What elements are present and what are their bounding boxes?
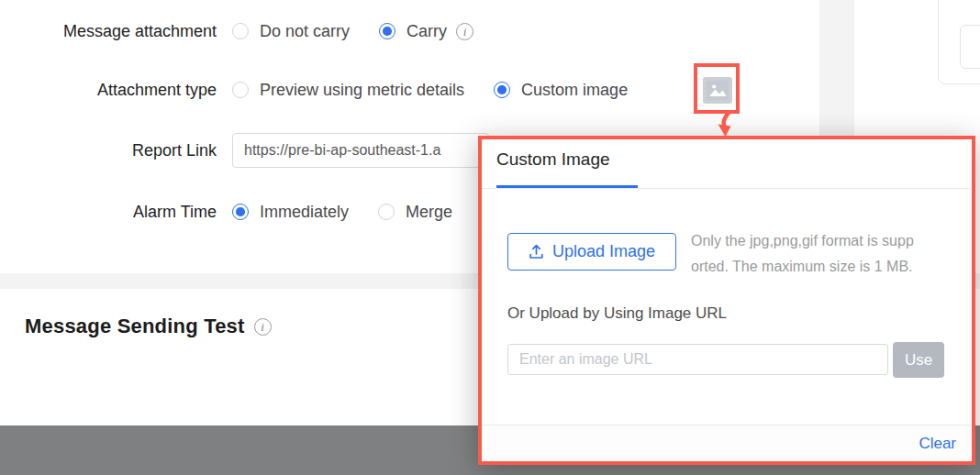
upload-icon (529, 244, 544, 260)
radio-circle-selected-icon[interactable] (379, 23, 395, 39)
input-wrap (232, 133, 489, 168)
upload-image-button[interactable]: Upload Image (507, 233, 676, 271)
form-row-message-attachment: Message attachment Do not carry Carry i (0, 18, 980, 44)
field-label: Report Link (0, 141, 217, 160)
info-glyph: i (261, 321, 264, 333)
clear-link[interactable]: Clear (919, 435, 956, 453)
radio-custom-image[interactable]: Custom image (494, 81, 628, 100)
radio-label[interactable]: Merge (406, 203, 452, 222)
report-link-input[interactable] (232, 133, 489, 168)
section-heading: Message Sending Test (25, 315, 245, 338)
radio-group: Immediately Merge (232, 203, 482, 222)
section-heading-row: Message Sending Test i (25, 315, 272, 338)
radio-circle-selected-icon[interactable] (232, 204, 249, 220)
radio-group: Preview using metric details Custom imag… (232, 81, 657, 100)
url-section-label: Or Upload by Using Image URL (507, 304, 727, 323)
field-label: Alarm Time (0, 203, 217, 222)
info-icon[interactable]: i (254, 318, 272, 336)
radio-circle-icon[interactable] (232, 23, 249, 39)
image-icon (707, 81, 729, 100)
radio-label[interactable]: Preview using metric details (260, 81, 464, 100)
radio-merge[interactable]: Merge (378, 203, 452, 222)
upload-hint: Only the jpg,png,gif format is supp orte… (691, 228, 959, 280)
use-button[interactable]: Use (893, 342, 944, 378)
radio-immediately[interactable]: Immediately (232, 203, 349, 222)
custom-image-popup: Custom Image Upload Image Only the jpg,p… (478, 136, 975, 465)
image-url-input[interactable] (507, 344, 888, 375)
radio-label[interactable]: Do not carry (260, 22, 350, 41)
radio-preview-metric-details[interactable]: Preview using metric details (232, 81, 464, 100)
form-row-attachment-type: Attachment type Preview using metric det… (0, 77, 980, 103)
radio-circle-icon[interactable] (232, 82, 249, 98)
radio-label[interactable]: Carry (406, 22, 447, 41)
upload-button-label: Upload Image (552, 242, 655, 261)
radio-circle-selected-icon[interactable] (494, 82, 510, 98)
radio-group: Do not carry Carry i (232, 22, 473, 41)
radio-label[interactable]: Custom image (521, 81, 628, 100)
tab-custom-image[interactable]: Custom Image (496, 149, 638, 170)
page: Message attachment Do not carry Carry i … (0, 0, 980, 475)
radio-carry[interactable]: Carry (379, 22, 447, 41)
info-icon[interactable]: i (456, 23, 473, 40)
radio-label[interactable]: Immediately (260, 203, 349, 222)
info-glyph: i (463, 26, 467, 38)
radio-circle-icon[interactable] (378, 204, 395, 220)
hint-line-2: orted. The maximum size is 1 MB. (691, 254, 959, 280)
custom-image-picker-button[interactable] (703, 77, 732, 104)
field-label: Attachment type (0, 81, 217, 100)
popup-footer: Clear (482, 425, 972, 461)
radio-do-not-carry[interactable]: Do not carry (232, 22, 350, 41)
popup-tab-bar: Custom Image (482, 139, 972, 189)
field-label: Message attachment (0, 22, 217, 41)
hint-line-1: Only the jpg,png,gif format is supp (691, 228, 959, 254)
